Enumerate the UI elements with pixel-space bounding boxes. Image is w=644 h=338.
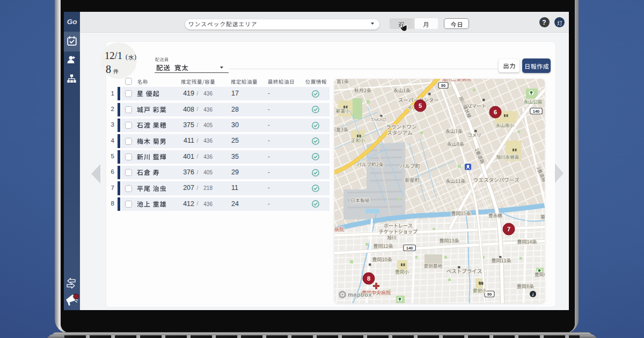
svg-text:90: 90 <box>487 292 492 297</box>
svg-text:8: 8 <box>367 275 370 282</box>
svg-text:140: 140 <box>406 246 413 251</box>
svg-text:TAKAO: TAKAO <box>371 117 386 122</box>
svg-text:mapbox: mapbox <box>348 291 372 298</box>
svg-text:90: 90 <box>441 83 445 88</box>
svg-text:7: 7 <box>507 226 510 232</box>
svg-text:5: 5 <box>419 102 422 109</box>
svg-text:6: 6 <box>494 109 497 115</box>
svg-text:140: 140 <box>533 109 540 114</box>
